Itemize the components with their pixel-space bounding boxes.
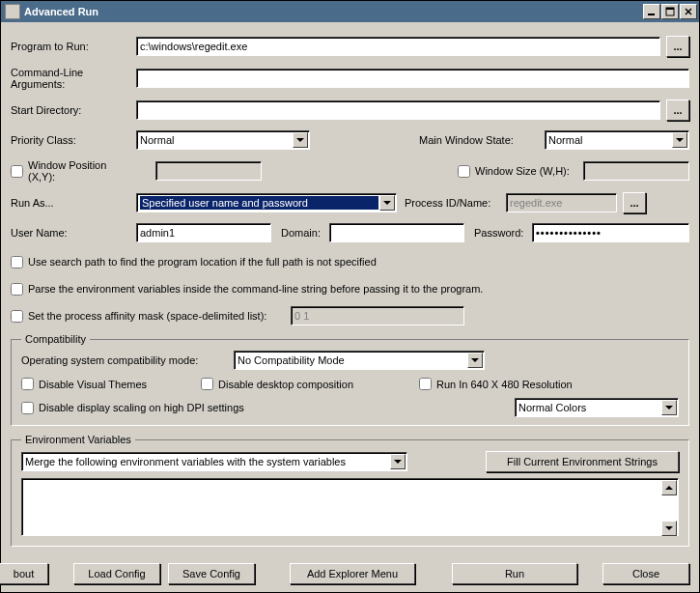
envvars-textarea[interactable] [21,478,679,536]
procid-browse-button[interactable]: ... [623,192,646,213]
label-username: User Name: [11,227,136,239]
row-runas: Run As... Specified user name and passwo… [11,192,689,213]
label-disable-dwm: Disable desktop composition [218,379,353,390]
winsize-input[interactable] [583,161,689,181]
chevron-down-icon [390,454,406,469]
run640-checkbox[interactable]: Run In 640 X 480 Resolution [419,378,573,390]
affinity-input[interactable] [291,306,464,325]
label-startdir: Start Directory: [11,104,136,116]
about-button[interactable]: bout [0,563,48,584]
affinity-checkbox[interactable]: Set the process affinity mask (space-del… [11,310,291,323]
searchpath-check[interactable] [11,256,23,268]
disable-themes-check[interactable] [21,378,34,390]
mainwinstate-value: Normal [548,134,671,146]
minimize-button[interactable] [643,4,660,19]
program-browse-button[interactable]: ... [666,36,689,57]
parseenv-checkbox[interactable]: Parse the environment variables inside t… [11,283,483,296]
chevron-down-icon [672,132,687,148]
label-domain: Domain: [281,227,329,239]
disable-themes-checkbox[interactable]: Disable Visual Themes [21,378,176,390]
row-priority: Priority Class: Normal Main Window State… [11,130,689,150]
chevron-down-icon [293,132,308,148]
winpos-checkbox[interactable]: Window Position (X,Y): [11,159,136,183]
affinity-check[interactable] [11,310,23,323]
row-searchpath: Use search path to find the program loca… [11,252,689,271]
window: Advanced Run Program to Run: ... Command… [0,0,700,593]
envmode-value: Merge the following environment variable… [25,456,389,467]
run-button[interactable]: Run [452,563,577,584]
close-footer-button[interactable]: Close [602,563,689,584]
maximize-button[interactable] [661,4,679,19]
titlebar: Advanced Run [1,1,699,22]
parseenv-check[interactable] [11,283,23,296]
row-winpos: Window Position (X,Y): Window Size (W,H)… [11,159,689,183]
envvars-group: Environment Variables Merge the followin… [11,434,689,547]
envvars-legend: Environment Variables [21,434,135,445]
runas-select[interactable]: Specified user name and password [136,193,397,212]
compatibility-group: Compatibility Operating system compatibi… [11,333,689,426]
startdir-input[interactable] [136,100,660,120]
add-explorer-menu-button[interactable]: Add Explorer Menu [290,563,415,584]
row-program: Program to Run: ... [11,36,689,57]
scroll-up-icon[interactable] [661,480,677,495]
priority-select[interactable]: Normal [136,130,310,150]
envmode-select[interactable]: Merge the following environment variable… [21,452,407,471]
disable-dpi-check[interactable] [21,402,34,414]
chevron-down-icon [467,353,483,368]
label-affinity: Set the process affinity mask (space-del… [28,310,266,322]
searchpath-checkbox[interactable]: Use search path to find the program loca… [11,256,377,268]
program-input[interactable] [136,37,660,56]
priority-value: Normal [140,134,292,146]
winpos-check[interactable] [11,165,23,178]
colors-select[interactable]: Normal Colors [515,398,679,417]
row-affinity: Set the process affinity mask (space-del… [11,306,689,325]
row-cmdline: Command-Line Arguments: [11,67,689,90]
run640-check[interactable] [419,378,432,390]
chevron-down-icon [661,400,677,415]
runas-value: Specified user name and password [140,196,378,210]
procid-input[interactable] [506,193,617,212]
winsize-check[interactable] [458,165,470,178]
oscompat-select[interactable]: No Compatibility Mode [234,351,485,370]
disable-dwm-checkbox[interactable]: Disable desktop composition [201,378,394,390]
label-program: Program to Run: [11,41,136,52]
row-credentials: User Name: Domain: Password: [11,223,689,242]
label-run640: Run In 640 X 480 Resolution [436,379,573,390]
svg-rect-2 [666,8,674,10]
password-input[interactable] [532,223,689,242]
label-cmdline: Command-Line Arguments: [11,67,136,90]
window-title: Advanced Run [24,6,643,17]
startdir-browse-button[interactable]: ... [666,99,689,121]
cmdline-input[interactable] [136,69,689,88]
label-disable-dpi: Disable display scaling on high DPI sett… [39,402,244,413]
row-startdir: Start Directory: ... [11,99,689,121]
close-button[interactable] [680,4,697,19]
save-config-button[interactable]: Save Config [168,563,255,584]
label-priority: Priority Class: [11,134,136,146]
winpos-input[interactable] [155,161,262,181]
fill-env-button[interactable]: Fill Current Environment Strings [486,451,679,472]
scroll-down-icon[interactable] [661,521,677,536]
chevron-down-icon [379,195,395,211]
label-disable-themes: Disable Visual Themes [39,379,147,390]
disable-dwm-check[interactable] [201,378,213,390]
load-config-button[interactable]: Load Config [73,563,160,584]
row-oscompat: Operating system compatibility mode: No … [21,351,679,370]
username-input[interactable] [136,223,271,242]
winsize-checkbox[interactable]: Window Size (W,H): [458,165,583,178]
label-winsize: Window Size (W,H): [475,165,570,177]
label-searchpath: Use search path to find the program loca… [28,256,377,268]
svg-rect-0 [648,14,655,15]
domain-input[interactable] [329,223,464,242]
compatibility-legend: Compatibility [21,333,90,345]
env-text-wrap [21,478,679,538]
label-password: Password: [474,227,532,239]
compat-row1: Disable Visual Themes Disable desktop co… [21,378,679,390]
window-buttons [643,4,697,19]
mainwinstate-select[interactable]: Normal [545,130,689,150]
disable-dpi-checkbox[interactable]: Disable display scaling on high DPI sett… [21,402,330,414]
content-area: Program to Run: ... Command-Line Argumen… [1,22,699,559]
row-envmode: Merge the following environment variable… [21,451,679,472]
label-procid: Process ID/Name: [405,197,506,209]
label-runas: Run As... [11,197,136,209]
